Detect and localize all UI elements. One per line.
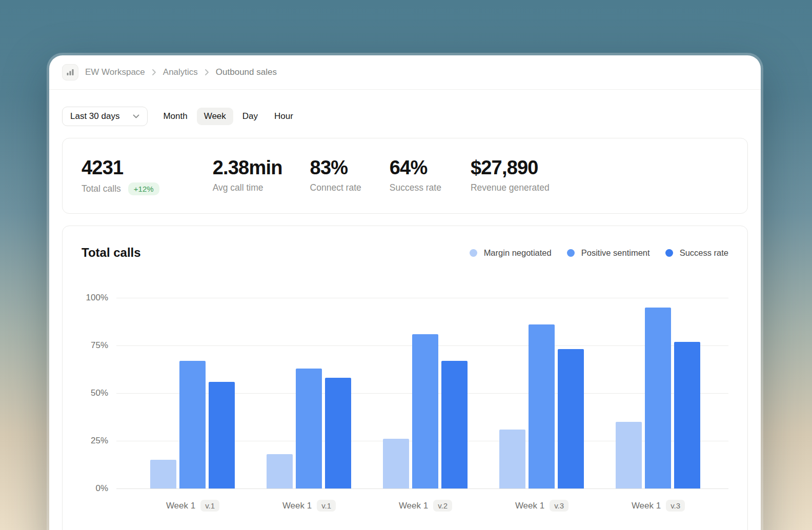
bar-group: [150, 298, 235, 488]
bar-positive-sentiment: [179, 361, 206, 488]
y-tick-label: 25%: [91, 436, 108, 446]
x-axis-label: Week 1v.1: [150, 500, 235, 512]
stat-label: Connect rate: [310, 182, 361, 193]
total-calls-chart-card: Total calls Margin negotiatedPositive se…: [62, 226, 748, 530]
bar-chart-icon: [66, 68, 74, 76]
legend-item-margin-negotiated[interactable]: Margin negotiated: [470, 248, 552, 258]
stat-value: 64%: [390, 157, 441, 179]
date-range-value: Last 30 days: [70, 111, 119, 121]
legend-item-success-rate[interactable]: Success rate: [665, 248, 728, 258]
y-tick-label: 50%: [91, 388, 108, 398]
stat-revenue-generated: $27,890 Revenue generated: [471, 157, 550, 213]
x-axis-label: Week 1v.2: [383, 500, 468, 512]
y-tick-label: 100%: [86, 293, 108, 303]
x-week-label: Week 1: [282, 501, 312, 511]
bars: [116, 298, 728, 488]
tab-day[interactable]: Day: [235, 108, 265, 125]
stat-avg-call-time: 2.38min Avg call time: [213, 157, 282, 213]
stat-total-calls: 4231 Total calls +12%: [82, 157, 159, 213]
chevron-down-icon: [133, 114, 139, 119]
stat-value: 4231: [82, 157, 159, 179]
bar-positive-sentiment: [529, 324, 555, 488]
chevron-right-icon: [152, 69, 156, 76]
stat-label: Success rate: [390, 182, 441, 193]
version-badge: v.3: [666, 500, 685, 512]
plot-area: [116, 298, 728, 488]
stats-summary-card: 4231 Total calls +12% 2.38min Avg call t…: [62, 138, 748, 214]
breadcrumb: EW Workspace Analytics Outbound sales: [49, 55, 761, 90]
chart-title: Total calls: [82, 246, 141, 260]
chart-header: Total calls Margin negotiatedPositive se…: [82, 246, 728, 260]
bar-group: [616, 298, 701, 488]
stat-label: Revenue generated: [471, 182, 550, 193]
legend-label: Margin negotiated: [484, 248, 552, 258]
tab-hour[interactable]: Hour: [267, 108, 300, 125]
y-tick-label: 0%: [95, 483, 108, 494]
stat-value: 83%: [310, 157, 361, 179]
y-axis: 100%75%50%25%0%: [82, 298, 108, 488]
version-badge: v.1: [317, 500, 336, 512]
x-week-label: Week 1: [166, 501, 195, 511]
bar-margin-negotiated: [150, 460, 176, 488]
bar-positive-sentiment: [296, 369, 322, 488]
bar-success-rate: [441, 361, 468, 488]
tab-week[interactable]: Week: [197, 108, 233, 125]
trend-badge: +12%: [128, 182, 159, 195]
bar-margin-negotiated: [383, 439, 409, 488]
x-week-label: Week 1: [632, 501, 661, 511]
main-panel: EW Workspace Analytics Outbound sales La…: [49, 55, 761, 530]
stat-label: Total calls: [82, 184, 121, 194]
stat-success-rate: 64% Success rate: [390, 157, 441, 213]
legend-label: Positive sentiment: [581, 248, 650, 258]
breadcrumb-section[interactable]: Analytics: [163, 67, 198, 77]
legend-dot-icon: [665, 249, 673, 257]
stat-value: 2.38min: [213, 157, 282, 179]
stat-connect-rate: 83% Connect rate: [310, 157, 361, 213]
x-axis-label: Week 1v.3: [616, 500, 701, 512]
version-badge: v.1: [200, 500, 219, 512]
bar-success-rate: [674, 342, 700, 488]
breadcrumb-page[interactable]: Outbound sales: [216, 67, 277, 77]
bar-success-rate: [558, 349, 584, 488]
legend-dot-icon: [470, 249, 477, 257]
legend-item-positive-sentiment[interactable]: Positive sentiment: [567, 248, 650, 258]
date-range-dropdown[interactable]: Last 30 days: [62, 107, 148, 126]
chart-legend: Margin negotiatedPositive sentimentSucce…: [470, 248, 728, 258]
bar-margin-negotiated: [499, 430, 525, 488]
stat-label: Avg call time: [213, 182, 263, 193]
y-tick-label: 75%: [91, 340, 108, 351]
chevron-right-icon: [205, 69, 209, 76]
x-axis-label: Week 1v.1: [267, 500, 352, 512]
tab-month[interactable]: Month: [156, 108, 194, 125]
breadcrumb-workspace[interactable]: EW Workspace: [85, 67, 145, 77]
x-axis: Week 1v.1Week 1v.1Week 1v.2Week 1v.3Week…: [116, 500, 728, 512]
x-week-label: Week 1: [399, 501, 428, 511]
bar-group: [267, 298, 352, 488]
page-background: { "breadcrumb": { "workspace": "EW Works…: [0, 0, 812, 530]
x-axis-label: Week 1v.3: [499, 500, 584, 512]
bar-success-rate: [209, 382, 235, 488]
version-badge: v.3: [550, 500, 569, 512]
filter-bar: Last 30 days Month Week Day Hour: [49, 90, 761, 138]
bar-positive-sentiment: [412, 334, 438, 488]
x-axis-baseline: [116, 488, 728, 489]
bar-success-rate: [325, 378, 351, 488]
bar-positive-sentiment: [645, 308, 671, 488]
legend-label: Success rate: [680, 248, 728, 258]
x-week-label: Week 1: [515, 501, 544, 511]
bar-group: [499, 298, 584, 488]
stat-value: $27,890: [471, 157, 550, 179]
version-badge: v.2: [433, 500, 452, 512]
bar-margin-negotiated: [616, 422, 642, 488]
legend-dot-icon: [567, 249, 575, 257]
bar-margin-negotiated: [267, 454, 293, 488]
bar-group: [383, 298, 468, 488]
workspace-logo-button[interactable]: [62, 64, 78, 80]
chart-body: 100%75%50%25%0%: [82, 298, 728, 488]
